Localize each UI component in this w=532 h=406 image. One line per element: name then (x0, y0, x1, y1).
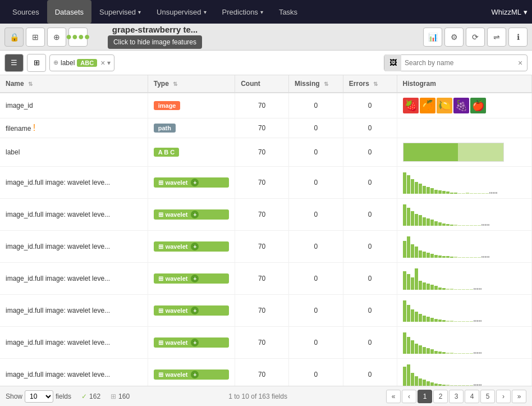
col-histogram[interactable]: Histogram (397, 75, 531, 93)
type-badge-image: image (154, 101, 181, 110)
hist-bar-tiny (487, 256, 488, 258)
hist-bar (462, 193, 465, 194)
nav-sources[interactable]: Sources (4, 0, 47, 24)
settings-icon-btn[interactable]: ⚙ (444, 28, 464, 47)
refresh-icon-btn[interactable]: ⟳ (466, 28, 485, 47)
page-3-btn[interactable]: 3 (449, 390, 464, 403)
info-icon-btn[interactable]: ℹ (508, 28, 528, 47)
hist-bar-tiny (489, 192, 490, 194)
hist-bar (466, 289, 469, 290)
page-2-btn[interactable]: 2 (433, 390, 448, 403)
top-nav: Sources Datasets Supervised ▾ Unsupervis… (0, 0, 532, 24)
hist-bar (450, 385, 453, 386)
hist-bar (426, 218, 430, 226)
cell-histogram (397, 167, 531, 199)
hist-bar (466, 225, 469, 226)
hist-bar (462, 225, 465, 226)
nav-predictions[interactable]: Predictions ▾ (214, 0, 271, 24)
nav-supervised[interactable]: Supervised ▾ (91, 0, 149, 24)
nav-brand[interactable]: WhizzML ▾ (492, 8, 528, 16)
cell-missing: 0 (288, 138, 343, 167)
cell-missing: 0 (288, 327, 343, 359)
transform-icon-btn[interactable]: ⇌ (487, 28, 506, 47)
search-input[interactable] (401, 55, 513, 71)
warn-icon: ! (33, 123, 35, 133)
hist-bar (462, 353, 465, 354)
hist-bar (446, 191, 450, 194)
filter-tag-caret[interactable]: ▾ (107, 59, 111, 67)
table-container: Name ⇅ Type ⇅ Count Missing ⇅ Errors ⇅ H… (0, 75, 532, 386)
hist-bar-tiny (474, 320, 475, 322)
hist-bar (403, 300, 406, 322)
filter-list-btn[interactable]: ☰ (4, 54, 24, 72)
hist-bar-tiny (475, 288, 476, 290)
filter-grid-btn[interactable]: ⊞ (27, 54, 46, 72)
col-name[interactable]: Name ⇅ (0, 75, 148, 93)
wavelet-plus-icon: + (191, 179, 199, 186)
col-errors[interactable]: Errors ⇅ (343, 75, 397, 93)
hist-bar-tiny (477, 288, 478, 290)
type-badge-wavelet: ⊞ wavelet+ (154, 305, 230, 316)
hist-bar (434, 384, 438, 386)
hist-bar (438, 222, 442, 226)
table-row: image_id.full image: wavelet leve... ⊞ w… (0, 295, 532, 327)
page-next-btn[interactable]: › (496, 390, 511, 403)
filter-tag[interactable]: ⊕ label ABC × ▾ (49, 54, 114, 71)
hist-bar (434, 255, 438, 258)
filter-tag-close[interactable]: × (100, 58, 105, 67)
page-prev-btn[interactable]: ‹ (402, 390, 416, 403)
wavelet-grid-icon: ⊞ (158, 339, 163, 346)
page-first-btn[interactable]: « (386, 390, 401, 403)
page-1-btn[interactable]: 1 (418, 390, 432, 403)
col-missing[interactable]: Missing ⇅ (288, 75, 343, 93)
predictions-caret: ▾ (260, 9, 263, 15)
search-clear-btn[interactable]: × (513, 55, 527, 71)
sort-errors-icon: ⇅ (373, 81, 378, 87)
show-select[interactable]: 102550100 (25, 390, 53, 403)
thumb-3: 🍋 (437, 98, 452, 113)
dataset-icon-btn[interactable]: ⊞ (26, 28, 45, 47)
hist-bar (403, 172, 406, 194)
hist-bar (403, 271, 406, 290)
cell-type: A B C (148, 138, 235, 167)
page-5-btn[interactable]: 5 (480, 390, 495, 403)
wavelet-plus-icon: + (191, 339, 199, 346)
cell-count: 70 (235, 138, 289, 167)
cell-missing: 0 (288, 359, 343, 386)
hist-bar-tiny (493, 192, 494, 194)
page-last-btn[interactable]: » (512, 390, 526, 403)
hist-bar-tiny (474, 384, 475, 386)
valid-count: 162 (89, 393, 100, 400)
lock-button[interactable]: 🔒 (4, 28, 24, 47)
add-icon-btn[interactable]: ⊕ (47, 28, 66, 47)
col-count[interactable]: Count (235, 75, 289, 93)
hist-bar (423, 316, 426, 322)
col-type[interactable]: Type ⇅ (148, 75, 235, 93)
cell-count: 70 (235, 327, 289, 359)
thumb-1: 🍓 (403, 98, 419, 113)
hist-bar (403, 367, 406, 386)
dots-icon-btn[interactable]: ●●●● (68, 28, 88, 47)
hist-bar (430, 188, 434, 194)
hist-bar (415, 182, 418, 194)
nav-unsupervised[interactable]: Unsupervised ▾ (149, 0, 214, 24)
hist-bar (430, 285, 434, 290)
hist-bar (446, 385, 450, 386)
tooltip-hide-image[interactable]: Click to hide image features (108, 35, 202, 49)
hist-bar (470, 193, 473, 194)
hist-bar-tiny (488, 256, 489, 258)
chart-icon-btn[interactable]: 📊 (423, 28, 442, 47)
cell-count: 70 (235, 118, 289, 138)
hist-bar (423, 252, 426, 258)
search-toggle-btn[interactable]: 🖼 (384, 54, 401, 71)
cell-count: 70 (235, 93, 289, 118)
nav-tasks[interactable]: Tasks (271, 0, 305, 24)
hist-bar (426, 381, 430, 386)
nav-datasets[interactable]: Datasets (47, 0, 91, 24)
thumb-5: 🍎 (470, 98, 486, 113)
cell-name: image_id.full image: wavelet leve... (0, 327, 148, 359)
hist-bar (458, 385, 461, 386)
page-4-btn[interactable]: 4 (465, 390, 479, 403)
cell-histogram (397, 118, 531, 138)
cell-histogram (397, 231, 531, 263)
